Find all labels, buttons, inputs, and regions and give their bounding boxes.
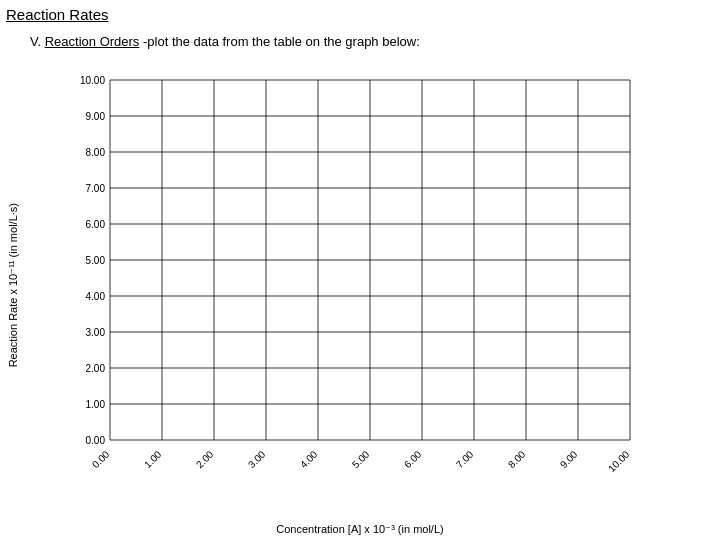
svg-text:7.00: 7.00 bbox=[454, 448, 476, 470]
svg-text:3.00: 3.00 bbox=[246, 448, 268, 470]
svg-text:6.00: 6.00 bbox=[86, 219, 106, 230]
svg-text:2.00: 2.00 bbox=[194, 448, 216, 470]
svg-text:3.00: 3.00 bbox=[86, 327, 106, 338]
chart-area: text { font-family: Arial, sans-serif; f… bbox=[50, 70, 670, 500]
svg-text:8.00: 8.00 bbox=[506, 448, 528, 470]
svg-text:0.00: 0.00 bbox=[90, 448, 112, 470]
svg-text:9.00: 9.00 bbox=[86, 111, 106, 122]
chart-svg: text { font-family: Arial, sans-serif; f… bbox=[50, 70, 670, 500]
subtitle-roman: V. bbox=[30, 34, 41, 49]
svg-text:8.00: 8.00 bbox=[86, 147, 106, 158]
svg-text:0.00: 0.00 bbox=[86, 435, 106, 446]
svg-text:1.00: 1.00 bbox=[86, 399, 106, 410]
svg-text:10.00: 10.00 bbox=[80, 75, 105, 86]
svg-text:5.00: 5.00 bbox=[350, 448, 372, 470]
svg-text:10.00: 10.00 bbox=[606, 448, 632, 474]
y-axis-label: Reaction Rate x 10⁻¹¹ (in mol/L·s) bbox=[2, 70, 22, 500]
subtitle-instruction: -plot the data from the table on the gra… bbox=[143, 34, 420, 49]
svg-text:5.00: 5.00 bbox=[86, 255, 106, 266]
page-title: Reaction Rates bbox=[6, 6, 109, 23]
svg-text:4.00: 4.00 bbox=[86, 291, 106, 302]
svg-text:1.00: 1.00 bbox=[142, 448, 164, 470]
svg-text:2.00: 2.00 bbox=[86, 363, 106, 374]
subtitle-section: Reaction Orders bbox=[45, 34, 140, 49]
x-axis-label: Concentration [A] x 10⁻³ (in mol/L) bbox=[50, 523, 670, 536]
svg-text:7.00: 7.00 bbox=[86, 183, 106, 194]
svg-text:4.00: 4.00 bbox=[298, 448, 320, 470]
subtitle: V. Reaction Orders -plot the data from t… bbox=[30, 34, 420, 49]
svg-text:9.00: 9.00 bbox=[558, 448, 580, 470]
svg-text:6.00: 6.00 bbox=[402, 448, 424, 470]
